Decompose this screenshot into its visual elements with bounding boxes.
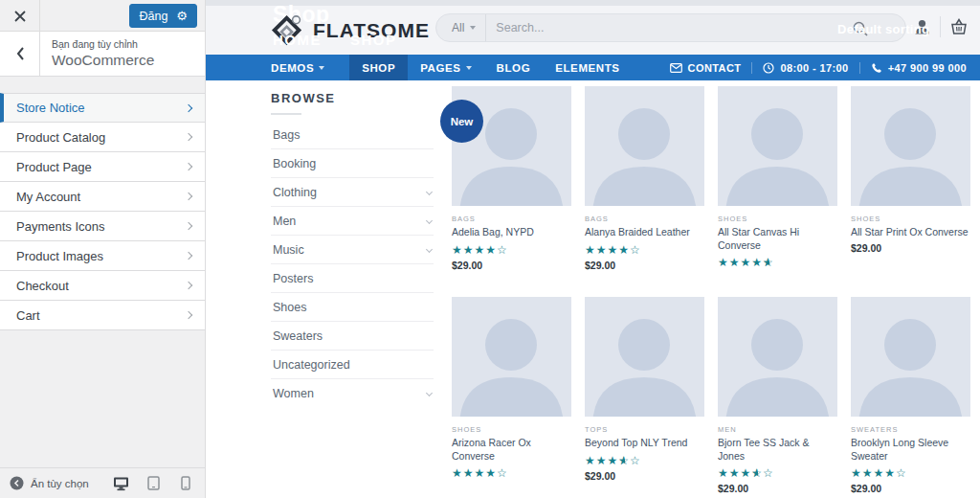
phone-icon (871, 62, 882, 74)
product-title[interactable]: Beyond Top NLY Trend (585, 437, 704, 450)
device-desktop-button[interactable] (109, 473, 132, 494)
category-sweaters[interactable]: Sweaters (271, 322, 434, 351)
product-price: $29.00 (452, 260, 571, 271)
product-price: $29.00 (585, 260, 704, 271)
chevron-right-icon (185, 282, 192, 289)
product-price: $29.00 (718, 483, 837, 494)
device-tablet-button[interactable] (142, 473, 165, 494)
chevron-right-icon (185, 222, 192, 230)
nav-blog[interactable]: BLOG (497, 62, 531, 74)
menu-item-cart[interactable]: Cart (0, 301, 205, 330)
category-clothing[interactable]: Clothing (271, 178, 434, 207)
product-category[interactable]: MEN (718, 425, 837, 434)
category-label: Uncategorized (273, 358, 350, 372)
product-card: TOPS Beyond Top NLY Trend ★★★★☆☆ $29.00 (585, 297, 704, 494)
product-category[interactable]: TOPS (585, 425, 704, 434)
product-image[interactable] (718, 297, 837, 417)
menu-item-label: Product Images (16, 249, 103, 263)
nav-label: CONTACT (688, 62, 742, 74)
publish-button[interactable]: Đăng ⚙ (129, 4, 197, 28)
category-posters[interactable]: Posters (271, 264, 434, 293)
browse-title: BROWSE (271, 91, 434, 105)
product-image[interactable] (718, 86, 837, 206)
product-category[interactable]: BAGS (585, 215, 704, 223)
product-card: SHOES All Star Canvas Hi Converse ★★★★★☆ (718, 86, 837, 272)
category-label: Posters (273, 272, 313, 285)
menu-item-product-page[interactable]: Product Page (0, 152, 205, 182)
gear-icon[interactable]: ⚙ (176, 10, 188, 22)
menu-item-checkout[interactable]: Checkout (0, 271, 205, 301)
search-category-dropdown[interactable]: All (436, 14, 486, 41)
menu-item-product-images[interactable]: Product Images (0, 241, 205, 271)
product-title[interactable]: All Star Canvas Hi Converse (718, 226, 837, 252)
chevron-right-icon (185, 163, 192, 170)
chevron-down-icon[interactable] (426, 246, 433, 253)
chevron-down-icon[interactable] (426, 189, 433, 195)
product-image[interactable] (851, 297, 970, 417)
product-title[interactable]: Adelia Bag, NYPD (452, 226, 571, 239)
chevron-right-icon (185, 103, 192, 111)
category-label: Music (273, 243, 304, 257)
chevron-right-icon (185, 311, 192, 319)
nav-contact[interactable]: CONTACT (670, 62, 742, 74)
breadcrumb-overlay: HOME SHOP (273, 32, 397, 48)
nav-phone[interactable]: +47 900 99 000 (871, 62, 967, 74)
chevron-right-icon (185, 133, 192, 141)
category-booking[interactable]: Booking (271, 149, 434, 178)
close-customizer-button[interactable] (0, 0, 40, 32)
category-label: Shoes (273, 301, 306, 314)
menu-item-product-catalog[interactable]: Product Catalog (0, 123, 205, 152)
product-image[interactable] (585, 297, 704, 417)
category-women[interactable]: Women (271, 379, 434, 407)
product-card: SHOES Arizona Racer Ox Converse ★★★★☆ (452, 297, 571, 494)
product-category[interactable]: SHOES (851, 215, 970, 223)
cart-button[interactable] (949, 18, 969, 35)
hide-controls-button[interactable]: Ẩn tùy chọn (10, 476, 89, 490)
nav-shop[interactable]: SHOP (349, 55, 408, 80)
product-title[interactable]: Bjorn Tee SS Jack & Jones (718, 437, 837, 463)
device-mobile-button[interactable] (174, 473, 197, 494)
nav-demos[interactable]: DEMOS (271, 62, 324, 74)
chevron-down-icon[interactable] (426, 390, 433, 396)
product-card: MEN Bjorn Tee SS Jack & Jones ★★★★☆☆ $29… (718, 297, 837, 494)
nav-label: 08:00 - 17:00 (780, 62, 848, 74)
product-category[interactable]: SHOES (718, 215, 837, 223)
product-card: New BAGS Adelia Bag, NYPD ★★★★☆ $29.00 (452, 86, 571, 272)
product-price: $29.00 (585, 470, 704, 482)
chevron-down-icon (470, 26, 476, 30)
nav-elements[interactable]: ELEMENTS (555, 62, 619, 74)
nav-pages[interactable]: PAGES (420, 62, 471, 74)
chevron-down-icon[interactable] (426, 217, 433, 224)
product-image[interactable] (452, 297, 571, 417)
category-bags[interactable]: Bags (271, 121, 434, 149)
placeholder-person-image (718, 305, 837, 417)
product-image[interactable] (851, 86, 970, 206)
chevron-down-icon (466, 66, 472, 70)
back-button[interactable] (0, 32, 40, 76)
product-title[interactable]: All Star Print Ox Converse (851, 226, 970, 239)
category-men[interactable]: Men (271, 207, 434, 236)
product-category[interactable]: SWEATERS (851, 425, 970, 434)
product-category[interactable]: BAGS (452, 215, 571, 223)
product-title[interactable]: Brooklyn Long Sleeve Sweater (851, 437, 970, 463)
placeholder-person-image (718, 94, 837, 206)
collapse-icon (10, 476, 24, 490)
product-title[interactable]: Alanya Braided Leather (585, 226, 704, 239)
product-image[interactable] (585, 86, 704, 206)
menu-item-store-notice[interactable]: Store Notice (0, 93, 205, 123)
menu-item-payments-icons[interactable]: Payments Icons (0, 212, 205, 241)
nav-label: PAGES (420, 62, 460, 74)
category-uncategorized[interactable]: Uncategorized (271, 351, 434, 379)
product-rating: ★★★★☆ (452, 466, 571, 480)
menu-item-my-account[interactable]: My Account (0, 182, 205, 212)
product-category[interactable]: SHOES (452, 425, 571, 434)
menu-item-label: Cart (16, 308, 40, 323)
category-label: Clothing (273, 186, 317, 199)
device-preview-switcher (109, 473, 197, 494)
new-badge: New (440, 100, 483, 143)
category-music[interactable]: Music (271, 236, 434, 264)
placeholder-person-image (585, 94, 704, 206)
browse-widget: BROWSE Bags Booking Clothing Men Music P… (271, 91, 434, 407)
product-title[interactable]: Arizona Racer Ox Converse (452, 437, 571, 463)
category-shoes[interactable]: Shoes (271, 293, 434, 322)
